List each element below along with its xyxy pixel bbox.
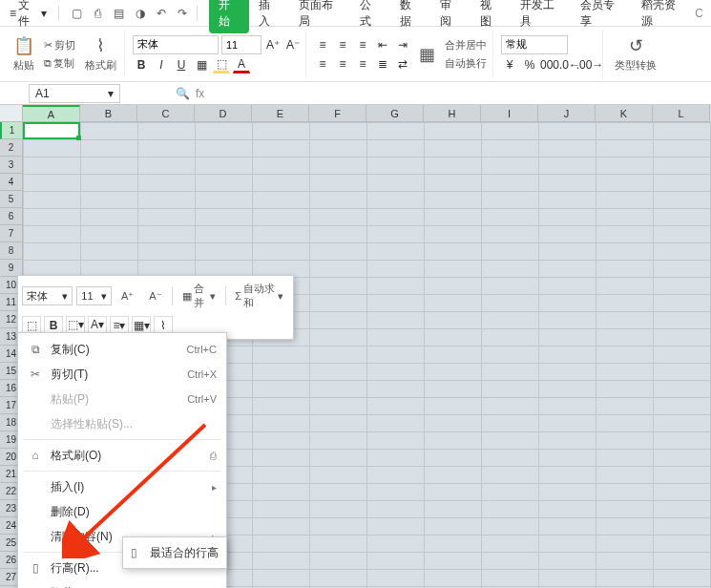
cell[interactable] <box>539 467 596 484</box>
cell[interactable] <box>196 140 253 158</box>
underline-button[interactable]: U <box>173 56 190 74</box>
tab-review[interactable]: 审阅 <box>430 0 471 33</box>
search-icon[interactable]: C <box>695 7 703 20</box>
cell[interactable] <box>310 398 367 415</box>
cell[interactable] <box>654 346 711 364</box>
cell[interactable] <box>482 381 539 398</box>
cell[interactable] <box>81 243 138 261</box>
cell[interactable] <box>81 158 138 175</box>
cell[interactable] <box>539 398 596 415</box>
wrap-text-button[interactable]: 自动换行 <box>443 55 489 72</box>
cell[interactable] <box>310 123 367 140</box>
tab-pagelayout[interactable]: 页面布局 <box>289 0 350 33</box>
spreadsheet-grid[interactable]: ABCDEFGHIJKL 123456789101112131415161718… <box>0 105 711 588</box>
context-menu-item[interactable]: 插入(I)▸ <box>18 474 226 499</box>
cell[interactable] <box>654 158 711 175</box>
format-painter-button[interactable]: ⌇格式刷 <box>81 33 120 74</box>
currency-icon[interactable]: ¥ <box>501 56 518 74</box>
cell[interactable] <box>81 192 138 209</box>
cell[interactable] <box>367 501 425 518</box>
cell[interactable] <box>482 536 539 553</box>
cell[interactable] <box>253 364 310 381</box>
cell[interactable] <box>367 329 425 346</box>
cell[interactable] <box>596 432 654 450</box>
align-left-icon[interactable]: ≡ <box>314 55 331 73</box>
cell[interactable] <box>539 123 596 140</box>
row-header[interactable]: 5 <box>0 191 23 208</box>
cell[interactable] <box>596 312 654 329</box>
cell[interactable] <box>310 364 367 381</box>
cell[interactable] <box>654 192 711 209</box>
cell[interactable] <box>138 158 196 175</box>
cell[interactable] <box>310 261 367 278</box>
cell[interactable] <box>367 346 425 364</box>
cell[interactable] <box>425 501 482 518</box>
cell[interactable] <box>253 570 310 587</box>
column-header[interactable]: I <box>481 105 538 122</box>
cell[interactable] <box>367 415 425 432</box>
cell[interactable] <box>196 226 253 243</box>
cell[interactable] <box>596 501 654 518</box>
cell[interactable] <box>654 243 711 261</box>
cell[interactable] <box>539 226 596 243</box>
cell[interactable] <box>425 484 482 501</box>
cell[interactable] <box>539 450 596 467</box>
cell[interactable] <box>253 553 310 570</box>
cell[interactable] <box>482 398 539 415</box>
cell[interactable] <box>367 553 425 570</box>
row-header[interactable]: 2 <box>0 139 23 157</box>
cell[interactable] <box>596 329 654 346</box>
autosum-button[interactable]: Σ 自动求和▾ <box>229 280 289 312</box>
cell[interactable] <box>596 467 654 484</box>
cell[interactable] <box>367 467 425 484</box>
column-header[interactable]: A <box>23 105 80 122</box>
cell[interactable] <box>482 415 539 432</box>
cell[interactable] <box>253 467 310 484</box>
cell[interactable] <box>24 243 81 261</box>
column-header[interactable]: B <box>80 105 137 122</box>
cell[interactable] <box>654 467 711 484</box>
cell[interactable] <box>482 209 539 226</box>
cell[interactable] <box>482 295 539 312</box>
cell[interactable] <box>367 123 425 140</box>
cell[interactable] <box>654 501 711 518</box>
cell[interactable] <box>596 346 654 364</box>
row-header[interactable]: 3 <box>0 157 23 174</box>
cell[interactable] <box>81 226 138 243</box>
cell[interactable] <box>654 123 711 140</box>
cell[interactable] <box>482 518 539 536</box>
number-format-select[interactable] <box>501 35 568 54</box>
cell[interactable] <box>367 484 425 501</box>
cell[interactable] <box>539 209 596 226</box>
cell[interactable] <box>539 364 596 381</box>
align-bottom-icon[interactable]: ≡ <box>354 36 371 53</box>
cell[interactable] <box>425 312 482 329</box>
cell[interactable] <box>482 158 539 175</box>
cell[interactable] <box>654 450 711 467</box>
cell[interactable] <box>596 140 654 158</box>
cell[interactable] <box>654 295 711 312</box>
cell[interactable] <box>81 209 138 226</box>
cell[interactable] <box>196 192 253 209</box>
cell[interactable] <box>367 261 425 278</box>
menu-item-extra-icon[interactable]: ⎙ <box>210 450 217 461</box>
cell[interactable] <box>482 261 539 278</box>
cell[interactable] <box>138 243 196 261</box>
cell[interactable] <box>310 192 367 209</box>
borders-button[interactable]: ▦ <box>193 56 210 74</box>
column-header[interactable]: D <box>195 105 252 122</box>
cell[interactable] <box>310 450 367 467</box>
cell[interactable] <box>482 364 539 381</box>
cell[interactable] <box>310 278 367 295</box>
cell[interactable] <box>138 175 196 192</box>
cell[interactable] <box>24 140 81 158</box>
cell[interactable] <box>24 192 81 209</box>
cell[interactable] <box>539 261 596 278</box>
cell[interactable] <box>196 123 253 140</box>
column-header[interactable]: H <box>424 105 481 122</box>
cell[interactable] <box>24 209 81 226</box>
cell[interactable] <box>253 158 310 175</box>
cell[interactable] <box>654 278 711 295</box>
preview-icon[interactable]: ▤ <box>111 5 128 22</box>
cell[interactable] <box>196 243 253 261</box>
